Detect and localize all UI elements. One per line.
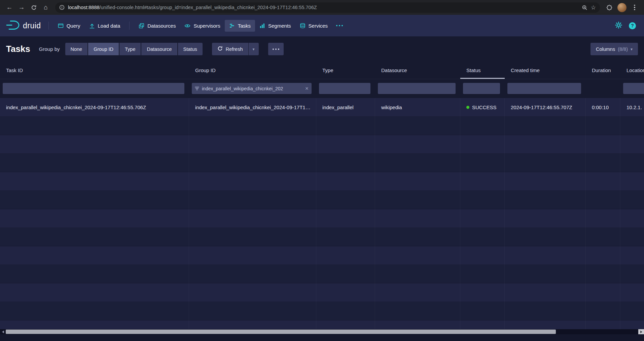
segments-icon bbox=[259, 23, 265, 29]
cell-empty bbox=[189, 135, 316, 154]
cell-empty bbox=[620, 191, 644, 209]
nav-label: Query bbox=[67, 23, 80, 29]
tasks-icon bbox=[229, 23, 235, 29]
profile-avatar[interactable] bbox=[617, 3, 627, 12]
table-row-empty bbox=[0, 135, 644, 154]
help-icon[interactable]: ? bbox=[629, 22, 636, 29]
column-header-created-time[interactable]: Created time bbox=[505, 62, 586, 79]
filter-input-datasource[interactable] bbox=[378, 83, 456, 94]
cell-empty bbox=[620, 135, 644, 154]
extensions-icon[interactable] bbox=[603, 1, 615, 13]
reload-icon[interactable] bbox=[28, 1, 40, 13]
nav-label: Tasks bbox=[238, 23, 251, 29]
scroll-right-arrow[interactable] bbox=[638, 329, 644, 334]
column-header-datasource[interactable]: Datasource bbox=[375, 62, 460, 79]
group-by-datasource-button[interactable]: Datasource bbox=[141, 43, 177, 55]
refresh-interval-dropdown[interactable]: ▾ bbox=[249, 43, 259, 55]
table-row-empty bbox=[0, 320, 644, 330]
zoom-icon[interactable] bbox=[582, 5, 587, 10]
filter-input-location[interactable] bbox=[623, 83, 644, 94]
cell-empty bbox=[620, 283, 644, 302]
group-by-group-id-button[interactable]: Group ID bbox=[88, 43, 119, 55]
cell-empty bbox=[375, 265, 460, 283]
table-row[interactable]: index_parallel_wikipedia_chicnkei_2024-0… bbox=[0, 98, 644, 117]
filter-input-task-id[interactable] bbox=[3, 83, 184, 94]
column-header-location[interactable]: Location bbox=[620, 62, 644, 79]
cell-empty bbox=[620, 320, 644, 330]
cell-empty bbox=[460, 154, 505, 172]
browser-chrome: ← → ⌂ localhost:8888/unified-console.htm… bbox=[0, 0, 644, 15]
druid-logo[interactable] bbox=[6, 20, 20, 31]
cell-task-id: index_parallel_wikipedia_chicnkei_2024-0… bbox=[0, 98, 189, 117]
filter-input-status[interactable] bbox=[463, 83, 500, 94]
header-divider bbox=[129, 22, 130, 30]
nav-item-supervisors[interactable]: Supervisors bbox=[180, 20, 224, 32]
table-body: index_parallel_wikipedia_chicnkei_2024-0… bbox=[0, 98, 644, 330]
cell-empty bbox=[189, 320, 316, 330]
group-by-type-button[interactable]: Type bbox=[119, 43, 141, 55]
url-text[interactable]: localhost:8888/unified-console.html#task… bbox=[68, 5, 578, 10]
group-by-status-button[interactable]: Status bbox=[178, 43, 203, 55]
cell-empty bbox=[460, 283, 505, 302]
horizontal-scrollbar[interactable] bbox=[0, 329, 644, 334]
site-info-icon[interactable] bbox=[59, 5, 65, 10]
back-icon[interactable]: ← bbox=[3, 1, 15, 13]
column-header-group-id[interactable]: Group ID bbox=[189, 62, 316, 79]
home-icon[interactable]: ⌂ bbox=[40, 1, 52, 13]
group-id-filter-value: index_parallel_wikipedia_chicnkei_202 bbox=[202, 86, 283, 91]
cell-empty bbox=[316, 191, 375, 209]
bottom-strip bbox=[0, 334, 644, 341]
cell-empty bbox=[0, 302, 189, 320]
cell-empty bbox=[0, 283, 189, 302]
columns-button[interactable]: Columns (8/8) ▾ bbox=[591, 43, 638, 55]
chevron-down-icon: ▾ bbox=[252, 47, 254, 52]
scrollbar-thumb[interactable] bbox=[6, 330, 556, 334]
column-header-task-id[interactable]: Task ID bbox=[0, 62, 189, 79]
cell-empty bbox=[0, 117, 189, 135]
filter-cell-duration bbox=[586, 79, 620, 98]
forward-icon[interactable]: → bbox=[15, 1, 28, 13]
datasources-icon bbox=[139, 23, 144, 29]
cell-empty bbox=[0, 191, 189, 209]
cell-empty bbox=[586, 209, 620, 228]
cell-empty bbox=[460, 246, 505, 265]
clear-filter-icon[interactable]: × bbox=[305, 86, 309, 91]
brand-name: druid bbox=[23, 21, 41, 30]
columns-count: (8/8) bbox=[618, 46, 628, 52]
cell-location: 10.2.1. bbox=[620, 98, 644, 117]
nav-more-icon[interactable] bbox=[332, 22, 347, 29]
nav-item-segments[interactable]: Segments bbox=[255, 20, 295, 32]
settings-gear-icon[interactable] bbox=[615, 22, 622, 30]
cell-empty bbox=[0, 209, 189, 228]
status-success-dot bbox=[466, 106, 469, 109]
table-row-empty bbox=[0, 283, 644, 302]
column-header-duration[interactable]: Duration bbox=[586, 62, 620, 79]
cell-empty bbox=[505, 302, 586, 320]
column-header-type[interactable]: Type bbox=[316, 62, 375, 79]
menu-kebab-icon[interactable] bbox=[629, 1, 641, 13]
url-bar[interactable]: localhost:8888/unified-console.html#task… bbox=[55, 2, 600, 13]
cell-empty bbox=[620, 265, 644, 283]
nav-item-datasources[interactable]: Datasources bbox=[134, 20, 180, 32]
cell-empty bbox=[586, 172, 620, 191]
nav-item-load-data[interactable]: Load data bbox=[85, 20, 125, 32]
filter-input-group-id[interactable]: index_parallel_wikipedia_chicnkei_202 × bbox=[192, 83, 312, 94]
table-row-empty bbox=[0, 228, 644, 246]
cell-empty bbox=[316, 265, 375, 283]
nav-item-query[interactable]: Query bbox=[53, 20, 85, 32]
cell-empty bbox=[375, 135, 460, 154]
bookmark-star-icon[interactable]: ☆ bbox=[591, 4, 596, 11]
refresh-button[interactable]: Refresh bbox=[212, 43, 248, 55]
cell-duration: 0:00:10 bbox=[586, 98, 620, 117]
filter-icon bbox=[195, 87, 199, 90]
cell-empty bbox=[316, 228, 375, 246]
header-divider bbox=[48, 22, 49, 30]
filter-input-created-time[interactable] bbox=[507, 83, 581, 94]
column-header-status[interactable]: Status bbox=[460, 62, 505, 79]
group-by-none-button[interactable]: None bbox=[65, 43, 88, 55]
filter-input-type[interactable] bbox=[319, 83, 370, 94]
nav-item-tasks[interactable]: Tasks bbox=[225, 20, 255, 32]
toolbar-more-button[interactable] bbox=[268, 43, 284, 55]
scroll-left-arrow[interactable] bbox=[0, 329, 6, 334]
nav-item-services[interactable]: Services bbox=[295, 20, 332, 32]
